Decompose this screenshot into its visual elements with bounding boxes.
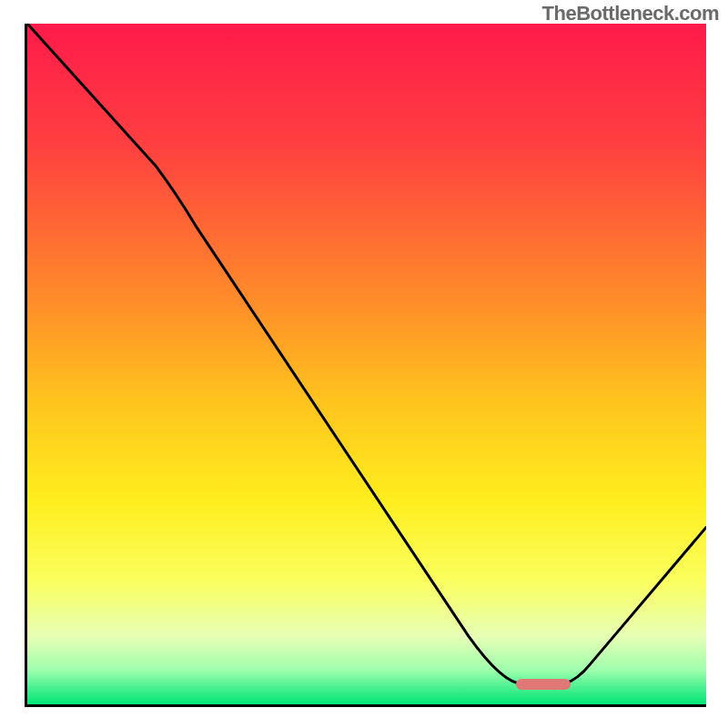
- watermark-text: TheBottleneck.com: [542, 2, 719, 25]
- plot-area: [25, 24, 706, 707]
- chart-container: TheBottleneck.com: [0, 0, 728, 728]
- line-curve: [27, 24, 706, 704]
- optimal-marker: [516, 679, 571, 690]
